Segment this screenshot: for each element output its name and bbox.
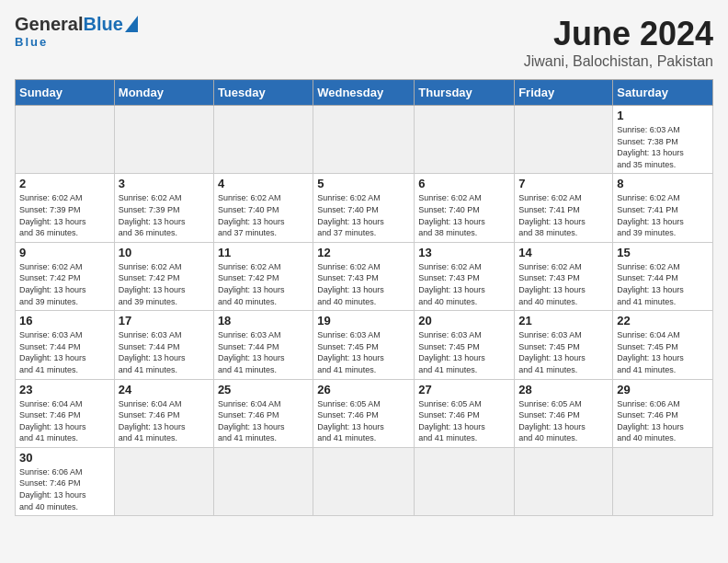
header-sunday: Sunday — [16, 80, 115, 106]
day-number: 22 — [617, 314, 709, 327]
day-info: Sunrise: 6:02 AM Sunset: 7:39 PM Dayligh… — [119, 192, 210, 238]
calendar-week-row-5: 30Sunrise: 6:06 AM Sunset: 7:46 PM Dayli… — [16, 447, 713, 515]
day-number: 6 — [418, 177, 510, 190]
calendar-cell: 15Sunrise: 6:02 AM Sunset: 7:44 PM Dayli… — [613, 242, 713, 310]
calendar-week-row-3: 16Sunrise: 6:03 AM Sunset: 7:44 PM Dayli… — [16, 311, 713, 379]
day-number: 26 — [317, 383, 410, 396]
calendar-cell — [415, 106, 515, 174]
calendar-cell: 12Sunrise: 6:02 AM Sunset: 7:43 PM Dayli… — [313, 242, 415, 310]
day-info: Sunrise: 6:04 AM Sunset: 7:45 PM Dayligh… — [617, 329, 709, 375]
day-info: Sunrise: 6:02 AM Sunset: 7:42 PM Dayligh… — [119, 261, 210, 307]
day-number: 16 — [19, 314, 110, 327]
day-info: Sunrise: 6:02 AM Sunset: 7:40 PM Dayligh… — [218, 192, 309, 238]
calendar-cell — [613, 447, 713, 515]
calendar-cell: 9Sunrise: 6:02 AM Sunset: 7:42 PM Daylig… — [16, 242, 115, 310]
day-number: 12 — [317, 246, 410, 259]
calendar-cell — [16, 106, 115, 174]
day-number: 13 — [418, 246, 510, 259]
calendar-cell: 6Sunrise: 6:02 AM Sunset: 7:40 PM Daylig… — [415, 174, 515, 242]
day-info: Sunrise: 6:03 AM Sunset: 7:44 PM Dayligh… — [218, 329, 309, 375]
day-number: 23 — [19, 383, 110, 396]
calendar-cell: 21Sunrise: 6:03 AM Sunset: 7:45 PM Dayli… — [515, 311, 613, 379]
day-number: 25 — [218, 383, 309, 396]
header-thursday: Thursday — [415, 80, 515, 106]
calendar-cell — [213, 106, 313, 174]
calendar-table: Sunday Monday Tuesday Wednesday Thursday… — [15, 79, 713, 516]
header-tuesday: Tuesday — [213, 80, 313, 106]
logo-underline: Blue — [15, 35, 48, 49]
calendar-cell — [313, 447, 415, 515]
header: GeneralBlue Blue June 2024 Jiwani, Baloc… — [15, 15, 713, 70]
calendar-cell: 22Sunrise: 6:04 AM Sunset: 7:45 PM Dayli… — [613, 311, 713, 379]
day-info: Sunrise: 6:02 AM Sunset: 7:44 PM Dayligh… — [617, 261, 709, 307]
day-info: Sunrise: 6:06 AM Sunset: 7:46 PM Dayligh… — [19, 466, 110, 512]
day-info: Sunrise: 6:03 AM Sunset: 7:45 PM Dayligh… — [518, 329, 609, 375]
day-info: Sunrise: 6:03 AM Sunset: 7:44 PM Dayligh… — [19, 329, 110, 375]
calendar-cell: 7Sunrise: 6:02 AM Sunset: 7:41 PM Daylig… — [515, 174, 613, 242]
day-number: 27 — [418, 383, 510, 396]
calendar-cell: 11Sunrise: 6:02 AM Sunset: 7:42 PM Dayli… — [213, 242, 313, 310]
calendar-cell — [415, 447, 515, 515]
header-monday: Monday — [114, 80, 213, 106]
calendar-week-row-4: 23Sunrise: 6:04 AM Sunset: 7:46 PM Dayli… — [16, 379, 713, 447]
calendar-cell: 19Sunrise: 6:03 AM Sunset: 7:45 PM Dayli… — [313, 311, 415, 379]
title-area: June 2024 Jiwani, Balochistan, Pakistan — [524, 15, 713, 70]
day-info: Sunrise: 6:02 AM Sunset: 7:40 PM Dayligh… — [418, 192, 510, 238]
logo-text: GeneralBlue — [15, 15, 123, 33]
day-info: Sunrise: 6:06 AM Sunset: 7:46 PM Dayligh… — [617, 398, 709, 444]
day-info: Sunrise: 6:05 AM Sunset: 7:46 PM Dayligh… — [518, 398, 609, 444]
day-number: 21 — [518, 314, 609, 327]
calendar-cell: 13Sunrise: 6:02 AM Sunset: 7:43 PM Dayli… — [415, 242, 515, 310]
day-info: Sunrise: 6:05 AM Sunset: 7:46 PM Dayligh… — [418, 398, 510, 444]
calendar-cell: 2Sunrise: 6:02 AM Sunset: 7:39 PM Daylig… — [16, 174, 115, 242]
calendar-subtitle: Jiwani, Balochistan, Pakistan — [524, 53, 713, 70]
calendar-cell: 26Sunrise: 6:05 AM Sunset: 7:46 PM Dayli… — [313, 379, 415, 447]
day-number: 29 — [617, 383, 709, 396]
day-number: 11 — [218, 246, 309, 259]
calendar-cell — [313, 106, 415, 174]
calendar-cell: 14Sunrise: 6:02 AM Sunset: 7:43 PM Dayli… — [515, 242, 613, 310]
calendar-cell: 29Sunrise: 6:06 AM Sunset: 7:46 PM Dayli… — [613, 379, 713, 447]
calendar-cell: 25Sunrise: 6:04 AM Sunset: 7:46 PM Dayli… — [213, 379, 313, 447]
calendar-cell — [515, 106, 613, 174]
day-info: Sunrise: 6:04 AM Sunset: 7:46 PM Dayligh… — [19, 398, 110, 444]
day-info: Sunrise: 6:02 AM Sunset: 7:42 PM Dayligh… — [19, 261, 110, 307]
day-info: Sunrise: 6:03 AM Sunset: 7:45 PM Dayligh… — [317, 329, 410, 375]
page-container: GeneralBlue Blue June 2024 Jiwani, Baloc… — [15, 15, 713, 516]
day-number: 17 — [119, 314, 210, 327]
day-number: 3 — [119, 177, 210, 190]
day-number: 20 — [418, 314, 510, 327]
day-info: Sunrise: 6:05 AM Sunset: 7:46 PM Dayligh… — [317, 398, 410, 444]
day-number: 28 — [518, 383, 609, 396]
day-number: 2 — [19, 177, 110, 190]
day-number: 18 — [218, 314, 309, 327]
calendar-week-row-2: 9Sunrise: 6:02 AM Sunset: 7:42 PM Daylig… — [16, 242, 713, 310]
calendar-cell: 10Sunrise: 6:02 AM Sunset: 7:42 PM Dayli… — [114, 242, 213, 310]
calendar-cell: 8Sunrise: 6:02 AM Sunset: 7:41 PM Daylig… — [613, 174, 713, 242]
day-info: Sunrise: 6:04 AM Sunset: 7:46 PM Dayligh… — [218, 398, 309, 444]
calendar-cell: 28Sunrise: 6:05 AM Sunset: 7:46 PM Dayli… — [515, 379, 613, 447]
day-number: 4 — [218, 177, 309, 190]
day-info: Sunrise: 6:02 AM Sunset: 7:41 PM Dayligh… — [617, 192, 709, 238]
calendar-cell — [114, 447, 213, 515]
day-info: Sunrise: 6:02 AM Sunset: 7:43 PM Dayligh… — [317, 261, 410, 307]
calendar-week-row-1: 2Sunrise: 6:02 AM Sunset: 7:39 PM Daylig… — [16, 174, 713, 242]
day-number: 8 — [617, 177, 709, 190]
header-saturday: Saturday — [613, 80, 713, 106]
calendar-cell — [213, 447, 313, 515]
day-info: Sunrise: 6:03 AM Sunset: 7:45 PM Dayligh… — [418, 329, 510, 375]
day-number: 24 — [119, 383, 210, 396]
day-info: Sunrise: 6:03 AM Sunset: 7:44 PM Dayligh… — [119, 329, 210, 375]
calendar-cell: 18Sunrise: 6:03 AM Sunset: 7:44 PM Dayli… — [213, 311, 313, 379]
calendar-cell: 4Sunrise: 6:02 AM Sunset: 7:40 PM Daylig… — [213, 174, 313, 242]
day-info: Sunrise: 6:02 AM Sunset: 7:39 PM Dayligh… — [19, 192, 110, 238]
day-info: Sunrise: 6:02 AM Sunset: 7:41 PM Dayligh… — [518, 192, 609, 238]
calendar-cell: 27Sunrise: 6:05 AM Sunset: 7:46 PM Dayli… — [415, 379, 515, 447]
day-number: 14 — [518, 246, 609, 259]
day-info: Sunrise: 6:02 AM Sunset: 7:40 PM Dayligh… — [317, 192, 410, 238]
logo-area: GeneralBlue Blue — [15, 15, 138, 49]
day-number: 15 — [617, 246, 709, 259]
logo-blue: Blue — [83, 14, 122, 34]
header-friday: Friday — [515, 80, 613, 106]
day-info: Sunrise: 6:02 AM Sunset: 7:42 PM Dayligh… — [218, 261, 309, 307]
